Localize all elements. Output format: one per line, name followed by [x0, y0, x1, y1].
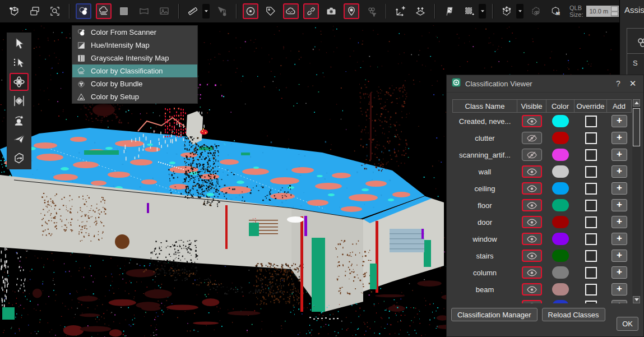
color-swatch[interactable]	[552, 266, 569, 279]
zoom-region-button[interactable]	[47, 3, 63, 19]
ok-button[interactable]: OK	[617, 317, 638, 331]
override-checkbox[interactable]	[585, 149, 597, 161]
add-button[interactable]: +	[611, 233, 627, 245]
menu-item-color-from-scanner[interactable]: Color From Scanner	[72, 26, 197, 39]
project-import-button[interactable]	[7, 3, 22, 19]
add-button[interactable]: +	[611, 216, 627, 228]
add-button[interactable]: +	[611, 182, 627, 195]
color-swatch[interactable]	[552, 132, 569, 144]
selection-options-button[interactable]	[479, 4, 486, 19]
column-header[interactable]: Override	[574, 99, 607, 113]
scroll-down-button[interactable]	[633, 296, 640, 303]
override-checkbox[interactable]	[585, 166, 597, 178]
fly-tool-button[interactable]	[10, 130, 29, 148]
add-button[interactable]: +	[611, 266, 627, 279]
scroll-thumb[interactable]	[633, 108, 640, 146]
scan-positions-button[interactable]	[243, 3, 258, 19]
selection-box-button[interactable]	[461, 3, 477, 19]
windows-layout-button[interactable]	[27, 3, 43, 19]
assistant-item-label[interactable]: S	[633, 59, 638, 67]
color-swatch[interactable]	[552, 182, 569, 195]
add-coordinate-system-button[interactable]	[392, 3, 408, 19]
look-around-tool-button[interactable]	[10, 111, 29, 129]
add-button[interactable]: +	[611, 250, 627, 262]
override-checkbox[interactable]	[585, 116, 597, 127]
override-checkbox[interactable]	[585, 216, 597, 228]
visibility-toggle[interactable]	[522, 132, 542, 144]
select-tool-button[interactable]	[10, 35, 29, 53]
color-swatch[interactable]	[552, 199, 569, 211]
color-swatch[interactable]	[552, 283, 569, 296]
limit-box-options-button[interactable]	[516, 4, 523, 19]
limit-box-button[interactable]	[499, 3, 515, 19]
color-from-scanner-button[interactable]	[76, 3, 91, 19]
add-button[interactable]: +	[611, 165, 627, 178]
visibility-toggle[interactable]	[522, 266, 542, 279]
column-header[interactable]: Color	[546, 99, 574, 113]
menu-item-hue-intensity-map[interactable]: Hue/Intensity Map	[72, 39, 197, 52]
override-checkbox[interactable]	[585, 183, 597, 195]
color-swatch[interactable]	[552, 149, 569, 161]
override-checkbox[interactable]	[585, 284, 597, 296]
visibility-toggle[interactable]	[522, 182, 542, 195]
add-button[interactable]: +	[611, 115, 627, 127]
visibility-toggle[interactable]	[522, 216, 542, 228]
select-points-tool-button[interactable]	[10, 54, 29, 72]
qlb-size-value[interactable]: 10.0 m	[586, 8, 611, 15]
single-color-button[interactable]	[116, 3, 132, 19]
add-button[interactable]: +	[611, 199, 627, 211]
point-clouds-button[interactable]	[283, 3, 299, 19]
images-button[interactable]	[323, 3, 339, 19]
qlb-size-input[interactable]: 10.0 m	[586, 6, 619, 17]
menu-item-color-by-setup[interactable]: Color by Setup	[72, 90, 197, 103]
visibility-toggle[interactable]	[522, 165, 542, 178]
add-button[interactable]: +	[611, 132, 627, 144]
visibility-toggle[interactable]	[522, 199, 542, 211]
override-checkbox[interactable]	[585, 301, 597, 304]
qlb-size-spinner[interactable]	[611, 6, 618, 16]
column-header[interactable]: Visible	[517, 99, 546, 113]
limit-box-manager-button[interactable]: M	[548, 3, 564, 19]
orbit-tool-button[interactable]	[10, 73, 29, 91]
help-button[interactable]: ?	[614, 79, 623, 88]
reload-classes-button[interactable]: Reload Classes	[542, 308, 605, 321]
color-swatch[interactable]	[552, 165, 569, 178]
visibility-toggle[interactable]	[522, 250, 542, 262]
constrained-orbit-tool-button[interactable]	[10, 92, 29, 110]
reference-plane-button[interactable]	[413, 3, 428, 19]
column-header[interactable]: Class Name	[452, 99, 517, 113]
classification-flag-button[interactable]	[441, 3, 457, 19]
color-swatch[interactable]	[552, 250, 569, 262]
annotations-button[interactable]	[344, 3, 359, 19]
color-swatch[interactable]	[552, 300, 569, 303]
color-swatch[interactable]	[552, 115, 569, 127]
visibility-toggle[interactable]	[522, 233, 542, 245]
measure-options-button[interactable]	[202, 4, 210, 19]
override-checkbox[interactable]	[585, 200, 597, 211]
override-checkbox[interactable]	[585, 233, 597, 245]
menu-item-color-by-bundle[interactable]: Color by Bundle	[72, 77, 197, 90]
close-button[interactable]: ✕	[627, 79, 638, 89]
point-cloud-color-mode-button[interactable]	[96, 3, 112, 19]
add-button[interactable]: +	[611, 149, 627, 161]
column-header[interactable]: Add	[607, 99, 632, 113]
table-scrollbar[interactable]	[632, 99, 641, 303]
menu-item-grayscale-intensity-map[interactable]: Grayscale Intensity Map	[72, 52, 197, 64]
measure-button[interactable]	[185, 3, 201, 19]
tags-button[interactable]	[263, 3, 279, 19]
visibility-toggle[interactable]	[522, 149, 542, 161]
links-button[interactable]	[303, 3, 319, 19]
override-checkbox[interactable]	[585, 267, 597, 279]
scroll-up-button[interactable]	[633, 99, 640, 107]
examine-box-tool-button[interactable]	[10, 149, 29, 167]
color-swatch[interactable]	[552, 216, 569, 228]
visibility-toggle[interactable]	[522, 115, 542, 127]
add-button[interactable]: +	[611, 300, 627, 303]
override-checkbox[interactable]	[585, 132, 597, 144]
add-button[interactable]: +	[611, 283, 627, 296]
classification-manager-button[interactable]: Classification Manager	[451, 308, 538, 321]
menu-item-color-by-classification[interactable]: Color by Classification	[72, 64, 197, 77]
override-checkbox[interactable]	[585, 250, 597, 262]
visibility-toggle[interactable]	[522, 300, 542, 303]
color-swatch[interactable]	[552, 233, 569, 245]
